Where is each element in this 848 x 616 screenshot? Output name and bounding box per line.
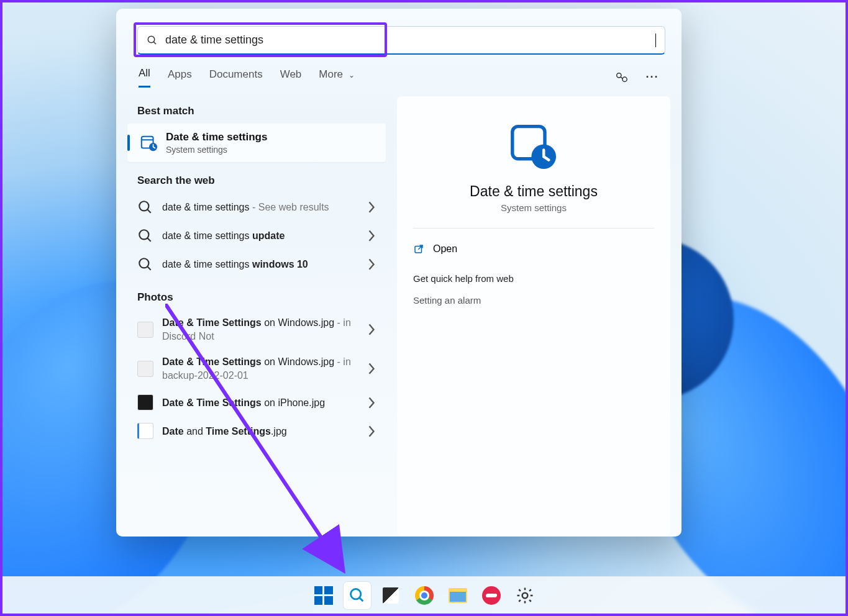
results-column: Best match Date & time settings System s… xyxy=(127,93,388,537)
tab-documents[interactable]: Documents xyxy=(209,68,263,87)
search-box[interactable] xyxy=(137,26,665,55)
search-icon xyxy=(137,228,153,244)
chevron-right-icon xyxy=(367,424,376,438)
photo-result-text: Date and Time Settings.jpg xyxy=(162,425,358,438)
best-match-title: Date & time settings xyxy=(166,131,267,143)
svg-point-7 xyxy=(139,201,148,211)
chrome-app[interactable] xyxy=(411,582,438,609)
tab-web[interactable]: Web xyxy=(280,68,302,87)
open-action[interactable]: Open xyxy=(413,237,654,261)
chrome-icon xyxy=(415,586,434,605)
preview-title: Date & time settings xyxy=(413,183,654,200)
open-label: Open xyxy=(433,243,457,255)
svg-point-9 xyxy=(139,230,148,239)
taskview-button[interactable] xyxy=(377,582,404,609)
svg-line-18 xyxy=(359,597,363,601)
web-result-text: date & time settings update xyxy=(162,229,358,243)
svg-point-2 xyxy=(617,73,621,77)
photo-result-text: Date & Time Settings on Windows.jpg - in… xyxy=(162,355,358,382)
calendar-clock-icon xyxy=(140,134,158,152)
text-caret xyxy=(655,34,656,47)
quick-help-header: Get quick help from web xyxy=(413,273,654,284)
svg-line-12 xyxy=(147,266,150,270)
best-match-result[interactable]: Date & time settings System settings xyxy=(127,124,386,162)
image-thumbnail-icon xyxy=(137,423,153,439)
start-button[interactable] xyxy=(310,582,337,609)
chevron-right-icon xyxy=(367,257,376,271)
tab-apps[interactable]: Apps xyxy=(168,68,192,87)
search-icon xyxy=(349,587,366,604)
chevron-right-icon xyxy=(367,229,376,243)
web-result-text: date & time settings windows 10 xyxy=(162,258,358,271)
search-icon xyxy=(147,35,158,46)
gear-icon xyxy=(516,586,534,605)
web-result-text: date & time settings - See web results xyxy=(162,201,358,214)
svg-point-17 xyxy=(350,589,360,599)
image-thumbnail-icon xyxy=(137,394,153,410)
photo-result[interactable]: Date & Time Settings on Windows.jpg - in… xyxy=(127,349,386,388)
photo-result-text: Date & Time Settings on iPhone.jpg xyxy=(162,396,358,410)
open-external-icon xyxy=(413,243,424,255)
chevron-down-icon: ⌄ xyxy=(349,71,355,79)
web-result[interactable]: date & time settings update xyxy=(127,222,386,250)
svg-line-10 xyxy=(147,238,150,241)
tab-more-label: More xyxy=(319,68,343,80)
chevron-right-icon xyxy=(367,361,376,376)
section-best-match: Best match xyxy=(137,105,386,117)
help-link-setting-alarm[interactable]: Setting an alarm xyxy=(413,295,654,306)
tab-more[interactable]: More ⌄ xyxy=(319,68,354,87)
settings-app[interactable] xyxy=(511,582,539,609)
windows-logo-icon xyxy=(314,586,333,605)
search-input[interactable] xyxy=(165,34,656,47)
search-icon xyxy=(137,199,153,215)
preview-subtitle: System settings xyxy=(413,202,654,213)
divider xyxy=(413,228,654,229)
section-photos: Photos xyxy=(137,291,386,304)
taskview-icon xyxy=(383,587,399,604)
lips-icon xyxy=(482,586,501,605)
search-icon xyxy=(137,256,153,273)
photo-result-text: Date & Time Settings on Windows.jpg - in… xyxy=(162,316,358,343)
calendar-clock-icon xyxy=(506,119,562,174)
photo-result[interactable]: Date and Time Settings.jpg xyxy=(127,417,386,445)
tab-all[interactable]: All xyxy=(139,67,150,88)
web-result[interactable]: date & time settings windows 10 xyxy=(127,250,386,279)
search-row xyxy=(116,9,682,60)
taskbar-search-button[interactable] xyxy=(344,582,371,609)
image-thumbnail-icon xyxy=(137,361,153,377)
image-thumbnail-icon xyxy=(137,322,153,338)
svg-line-8 xyxy=(147,209,150,212)
start-search-panel: All Apps Documents Web More ⌄ ··· Best m… xyxy=(116,9,682,537)
taskbar xyxy=(2,576,846,614)
pinned-app-red[interactable] xyxy=(478,582,505,609)
photo-result[interactable]: Date & Time Settings on Windows.jpg - in… xyxy=(127,310,386,349)
svg-point-11 xyxy=(139,258,148,268)
chevron-right-icon xyxy=(367,396,376,410)
svg-point-0 xyxy=(148,36,155,43)
chevron-right-icon xyxy=(367,200,376,214)
svg-line-1 xyxy=(153,42,156,44)
chevron-right-icon xyxy=(367,322,376,337)
photo-result[interactable]: Date & Time Settings on iPhone.jpg xyxy=(127,388,386,417)
org-search-icon[interactable] xyxy=(614,71,628,84)
more-dots-icon: ··· xyxy=(645,71,659,84)
best-match-subtitle: System settings xyxy=(166,145,267,155)
folder-icon xyxy=(449,588,467,603)
overflow-menu-button[interactable]: ··· xyxy=(645,71,659,84)
svg-point-3 xyxy=(622,77,627,81)
filter-tabs: All Apps Documents Web More ⌄ ··· xyxy=(116,60,682,88)
file-explorer-app[interactable] xyxy=(444,582,472,609)
svg-point-19 xyxy=(522,592,527,598)
section-search-web: Search the web xyxy=(137,174,386,187)
web-result[interactable]: date & time settings - See web results xyxy=(127,193,386,222)
preview-pane: Date & time settings System settings Ope… xyxy=(397,96,670,537)
